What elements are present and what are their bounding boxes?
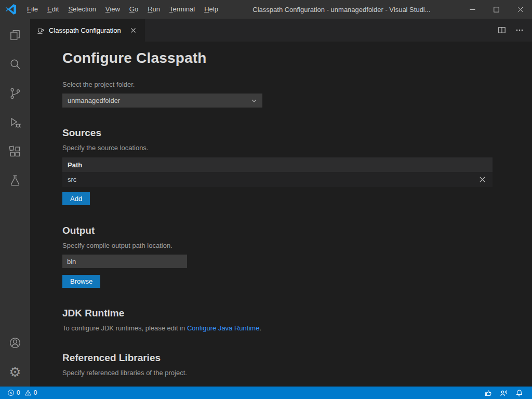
chevron-down-icon <box>251 98 257 104</box>
menu-go[interactable]: Go <box>125 0 143 19</box>
search-icon[interactable] <box>0 50 30 79</box>
status-bar: 0 0 <box>0 387 532 399</box>
jdk-runtime-heading: JDK Runtime <box>62 308 522 319</box>
output-description: Specify compile output path location. <box>62 242 522 250</box>
page-title: Configure Classpath <box>62 50 522 66</box>
settings-gear-icon[interactable]: ⚙ <box>0 357 30 387</box>
menubar: File Edit Selection View Go Run Terminal… <box>22 0 223 19</box>
problems-button[interactable]: 0 0 <box>5 387 39 399</box>
editor-actions <box>495 19 532 42</box>
account-icon[interactable] <box>0 328 30 357</box>
output-path-input[interactable] <box>62 255 187 268</box>
referenced-libraries-heading: Referenced Libraries <box>62 352 522 364</box>
explorer-icon[interactable] <box>0 21 30 50</box>
more-actions-icon[interactable] <box>512 23 527 37</box>
sources-description: Specify the source locations. <box>62 144 522 152</box>
browse-output-button[interactable]: Browse <box>62 275 100 288</box>
tab-bar: Classpath Configuration <box>30 19 532 42</box>
jdk-runtime-text: To configure JDK runtimes, please edit i… <box>62 324 522 332</box>
titlebar: File Edit Selection View Go Run Terminal… <box>0 0 532 19</box>
project-folder-value: unmanagedfolder <box>68 97 120 104</box>
classpath-configuration-page: Configure Classpath Select the project f… <box>30 42 532 387</box>
referenced-libraries-description: Specify referenced libraries of the proj… <box>62 369 522 377</box>
split-editor-icon[interactable] <box>495 23 509 37</box>
window-controls <box>460 0 532 19</box>
tab-close-icon[interactable] <box>128 25 139 35</box>
warnings-icon <box>24 389 32 396</box>
feedback-icon[interactable] <box>496 387 511 399</box>
vscode-logo-icon <box>5 4 17 15</box>
sources-table-header: Path <box>62 157 493 172</box>
warning-count: 0 <box>34 389 37 396</box>
minimize-button[interactable] <box>460 0 484 19</box>
tab-label: Classpath Configuration <box>49 26 121 34</box>
extensions-icon[interactable] <box>0 137 30 166</box>
menu-terminal[interactable]: Terminal <box>165 0 200 19</box>
window-title: Classpath Configuration - unmanagedfolde… <box>252 6 430 14</box>
menu-edit[interactable]: Edit <box>43 0 63 19</box>
path-column-header: Path <box>68 161 82 169</box>
menu-view[interactable]: View <box>101 0 125 19</box>
menu-file[interactable]: File <box>22 0 43 19</box>
sources-heading: Sources <box>62 127 522 139</box>
menu-selection[interactable]: Selection <box>63 0 100 19</box>
source-row[interactable]: src <box>62 172 493 187</box>
error-count: 0 <box>17 389 20 396</box>
sources-table: Path src <box>62 157 493 187</box>
remove-source-icon[interactable] <box>477 175 487 185</box>
menu-run[interactable]: Run <box>143 0 165 19</box>
project-folder-label: Select the project folder. <box>62 81 522 89</box>
add-source-button[interactable]: Add <box>62 192 90 205</box>
activity-bar: ⚙ <box>0 19 30 387</box>
project-folder-select[interactable]: unmanagedfolder <box>62 94 262 108</box>
notifications-bell-icon[interactable] <box>511 387 527 399</box>
source-path-value: src <box>68 176 76 183</box>
close-button[interactable] <box>508 0 532 19</box>
jdk-text-after: . <box>259 324 261 332</box>
source-control-icon[interactable] <box>0 79 30 108</box>
output-heading: Output <box>62 225 522 236</box>
run-and-debug-icon[interactable] <box>0 108 30 137</box>
maximize-button[interactable] <box>484 0 508 19</box>
testing-icon[interactable] <box>0 166 30 195</box>
menu-help[interactable]: Help <box>200 0 223 19</box>
configure-java-runtime-link[interactable]: Configure Java Runtime <box>187 324 259 332</box>
vscode-window: File Edit Selection View Go Run Terminal… <box>0 0 532 399</box>
errors-icon <box>7 389 15 396</box>
jdk-text-before: To configure JDK runtimes, please edit i… <box>62 324 187 332</box>
tab-classpath-configuration[interactable]: Classpath Configuration <box>30 19 145 42</box>
thumbs-up-icon[interactable] <box>480 387 496 399</box>
status-bar-right <box>480 387 527 399</box>
java-cup-icon <box>36 26 45 34</box>
